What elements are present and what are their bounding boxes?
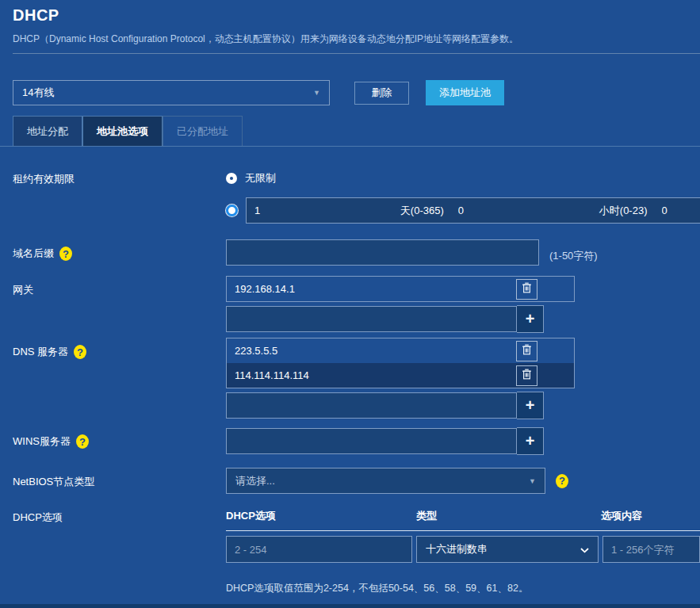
add-pool-button[interactable]: 添加地址池 [426, 80, 504, 105]
trash-icon [522, 369, 532, 382]
lease-time-box: 天(0-365) 小时(0-23) 分(0-59) 秒(0-59) [246, 197, 700, 224]
dns-new-input[interactable] [226, 392, 517, 419]
dns-delete-button-1[interactable] [516, 341, 537, 361]
page-title: DHCP [13, 6, 687, 25]
wins-label: WINS服务器 ? [13, 427, 226, 449]
bottom-bar [0, 604, 700, 608]
wins-control: + [226, 427, 700, 455]
dns-help-icon[interactable]: ? [74, 345, 86, 359]
gateway-label: 网关 [13, 276, 226, 297]
dhcp-option-number-input[interactable] [226, 536, 412, 563]
tab-pool-options[interactable]: 地址池选项 [82, 116, 163, 146]
dns-add-line: + [226, 392, 700, 419]
header-divider [13, 53, 700, 54]
dns-label: DNS 服务器 ? [13, 338, 226, 359]
dhcp-option-type-value: 十六进制数串 [426, 542, 488, 556]
domain-suffix-hint: (1-50字符) [549, 242, 598, 263]
lease-days-unit: 天(0-365) [400, 204, 450, 218]
dns-add-button[interactable]: + [517, 392, 544, 419]
dns-control: + [226, 338, 700, 419]
gateway-delete-button[interactable] [516, 279, 537, 300]
netbios-help-icon[interactable]: ? [556, 474, 568, 488]
lease-hours-segment: 小时(0-23) [450, 198, 654, 223]
trash-icon [522, 282, 532, 296]
netbios-control: 请选择... ▼ ? [226, 468, 700, 494]
unlimited-radio-label: 无限制 [245, 171, 276, 185]
page-header: DHCP DHCP（Dynamic Host Configuration Pro… [0, 0, 700, 46]
gateway-control: + [226, 276, 700, 333]
dns-address-input-1[interactable] [227, 345, 516, 357]
custom-lease-radio[interactable] [226, 205, 238, 216]
wins-add-button[interactable]: + [517, 427, 544, 455]
column-header-type: 类型 [416, 509, 601, 523]
gateway-new-input[interactable] [226, 306, 517, 332]
domain-suffix-control: (1-50字符) [226, 239, 700, 266]
pool-options-panel: 租约有效期限 无限制 天(0-365) 小时(0-23) [0, 147, 700, 608]
dns-entry-2 [227, 363, 574, 388]
delete-pool-button[interactable]: 删除 [354, 82, 409, 105]
plus-icon: + [526, 432, 535, 450]
dns-entry-box [226, 338, 575, 388]
domain-suffix-help-icon[interactable]: ? [59, 247, 72, 261]
gateway-address-input[interactable] [227, 283, 516, 295]
dropdown-arrow-icon: ▼ [529, 477, 536, 485]
plus-icon: + [526, 396, 535, 415]
wins-help-icon[interactable]: ? [76, 434, 89, 449]
dhcp-option-type-select[interactable]: 十六进制数串 [416, 536, 599, 563]
page-subtitle: DHCP（Dynamic Host Configuration Protocol… [13, 33, 687, 46]
wins-new-input[interactable] [226, 428, 517, 454]
lease-duration-label: 租约有效期限 [13, 170, 226, 186]
domain-suffix-input[interactable] [226, 239, 539, 266]
dhcp-option-note-1: DHCP选项取值范围为2-254，不包括50-54、56、58、59、61、82… [226, 582, 700, 595]
dns-delete-button-2[interactable] [516, 365, 537, 386]
dhcp-option-control: DHCP选项 类型 选项内容 十六进制数串 DHCP选项取值范围为2-254， [226, 509, 700, 608]
dns-address-input-2[interactable] [227, 369, 516, 381]
gateway-add-button[interactable]: + [517, 305, 544, 333]
lease-duration-control: 无限制 天(0-365) 小时(0-23) 分(0-59) [226, 170, 700, 224]
domain-suffix-row: 域名后缀 ? (1-50字符) [13, 239, 700, 266]
lease-minutes-input[interactable] [654, 205, 700, 216]
gateway-entry [227, 277, 574, 301]
lease-custom-option: 天(0-365) 小时(0-23) 分(0-59) 秒(0-59) [226, 197, 700, 224]
dropdown-arrow-icon: ▼ [313, 89, 320, 97]
netbios-select-placeholder: 请选择... [235, 474, 275, 488]
lease-hours-input[interactable] [450, 205, 599, 216]
plus-icon: + [526, 310, 535, 328]
netbios-label: NetBIOS节点类型 [13, 468, 226, 489]
gateway-entry-box [226, 276, 575, 302]
gateway-row: 网关 [13, 276, 700, 333]
chevron-down-icon [580, 544, 589, 556]
tab-assigned-addresses[interactable]: 已分配地址 [163, 116, 243, 146]
dhcp-option-row: DHCP选项 DHCP选项 类型 选项内容 十六进制数串 [13, 509, 700, 608]
lease-hours-unit: 小时(0-23) [599, 204, 654, 218]
address-pool-selected-value: 14有线 [22, 86, 54, 100]
dhcp-option-content-input[interactable] [602, 536, 700, 563]
dhcp-option-label: DHCP选项 [13, 509, 226, 525]
gateway-add-line: + [226, 305, 700, 333]
dns-entry-1 [227, 338, 574, 363]
tab-bar: 地址分配 地址池选项 已分配地址 [0, 116, 700, 147]
lease-unlimited-option: 无限制 [226, 172, 700, 185]
pool-toolbar: 14有线 ▼ 删除 添加地址池 [13, 80, 687, 105]
netbios-row: NetBIOS节点类型 请选择... ▼ ? [13, 468, 700, 494]
dhcp-option-table-header: DHCP选项 类型 选项内容 [226, 509, 700, 531]
column-header-option: DHCP选项 [226, 509, 416, 523]
address-pool-select[interactable]: 14有线 ▼ [13, 80, 330, 105]
lease-duration-row: 租约有效期限 无限制 天(0-365) 小时(0-23) [13, 170, 700, 224]
lease-days-input[interactable] [247, 205, 400, 216]
tab-address-allocation[interactable]: 地址分配 [13, 116, 82, 146]
domain-suffix-label: 域名后缀 ? [13, 239, 226, 261]
wins-row: WINS服务器 ? + [13, 427, 700, 455]
unlimited-radio[interactable] [226, 173, 237, 184]
dns-row: DNS 服务器 ? [13, 338, 700, 419]
column-header-content: 选项内容 [601, 509, 700, 523]
trash-icon [522, 344, 532, 358]
lease-days-segment: 天(0-365) [247, 198, 450, 223]
wins-add-line: + [226, 427, 700, 455]
dhcp-option-input-row: 十六进制数串 [226, 536, 700, 563]
lease-minutes-segment: 分(0-59) [654, 198, 700, 223]
netbios-type-select[interactable]: 请选择... ▼ [226, 468, 545, 494]
